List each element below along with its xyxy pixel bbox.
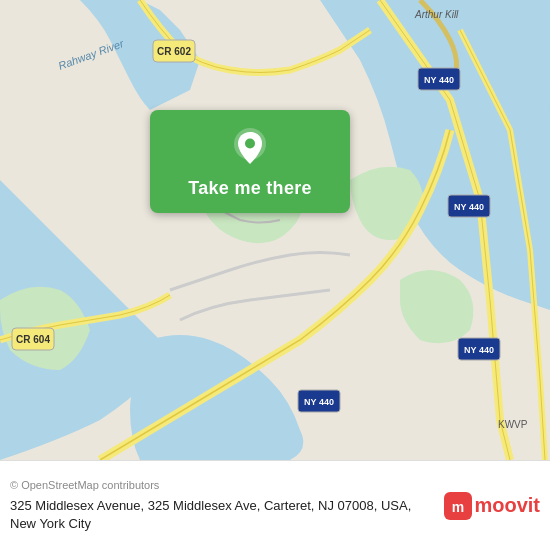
copyright-text: © OpenStreetMap contributors	[10, 478, 434, 493]
svg-text:CR 604: CR 604	[16, 334, 50, 345]
take-me-there-label: Take me there	[188, 178, 312, 199]
moovit-text: moovit	[474, 494, 540, 517]
svg-text:NY 440: NY 440	[464, 345, 494, 355]
svg-text:NY 440: NY 440	[424, 75, 454, 85]
address-text: 325 Middlesex Avenue, 325 Middlesex Ave,…	[10, 497, 434, 533]
moovit-icon-svg: m	[444, 492, 472, 520]
svg-text:NY 440: NY 440	[304, 397, 334, 407]
svg-text:NY 440: NY 440	[454, 202, 484, 212]
svg-point-17	[245, 139, 255, 149]
moovit-logo: m moovit	[444, 492, 540, 520]
map-svg: Rahway River CR 602 CR 604 NY 440 NY 440…	[0, 0, 550, 460]
location-pin-icon	[228, 126, 272, 170]
footer: © OpenStreetMap contributors 325 Middles…	[0, 460, 550, 550]
svg-text:Arthur Kill: Arthur Kill	[414, 9, 459, 20]
svg-text:KWVP: KWVP	[498, 419, 528, 430]
svg-text:m: m	[452, 499, 464, 515]
map-container: Rahway River CR 602 CR 604 NY 440 NY 440…	[0, 0, 550, 460]
svg-text:CR 602: CR 602	[157, 46, 191, 57]
take-me-there-button[interactable]: Take me there	[150, 110, 350, 213]
